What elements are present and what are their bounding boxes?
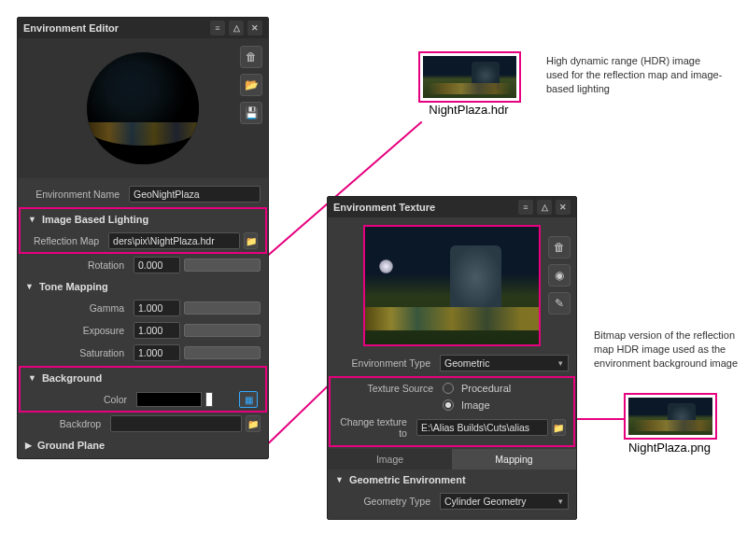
tab-mapping[interactable]: Mapping	[452, 449, 576, 469]
geometry-type-dropdown[interactable]: Cylinder Geometry	[440, 493, 569, 510]
delete-icon[interactable]: 🗑	[548, 236, 571, 259]
change-texture-input[interactable]	[416, 419, 548, 436]
hdr-thumbnail-callout	[418, 51, 521, 103]
section-title: Geometric Environment	[349, 474, 466, 485]
color-swatch[interactable]	[136, 392, 202, 407]
texture-source-image-row: Image	[331, 397, 573, 413]
tabs: Image Mapping	[328, 449, 576, 469]
rotation-row: Rotation	[18, 254, 268, 276]
radio-procedural[interactable]	[443, 383, 454, 394]
panel-title: Environment Editor	[23, 22, 210, 34]
env-type-label: Environment Type	[335, 357, 436, 369]
pin-icon[interactable]: △	[537, 200, 552, 215]
save-icon[interactable]: 💾	[240, 102, 262, 124]
expand-triangle-icon: ▼	[335, 475, 344, 484]
gamma-slider[interactable]	[184, 301, 261, 315]
texture-preview	[363, 225, 541, 346]
browse-folder-icon[interactable]: 📁	[246, 415, 261, 432]
panel-header: Environment Editor ≡ △ ✕	[18, 18, 268, 38]
reflection-map-row: Reflection Map 📁	[21, 230, 265, 252]
color-row: Color ▦	[21, 388, 265, 411]
backdrop-label: Backdrop	[25, 418, 106, 429]
env-type-dropdown[interactable]: Geometric	[440, 355, 569, 371]
collapse-triangle-icon: ▶	[25, 441, 32, 450]
gamma-input[interactable]	[134, 300, 180, 316]
png-thumbnail-callout	[624, 393, 717, 440]
gamma-label: Gamma	[25, 302, 130, 314]
panel-title: Environment Texture	[333, 202, 518, 213]
rotation-slider[interactable]	[184, 259, 261, 272]
tab-image[interactable]: Image	[328, 449, 452, 469]
exposure-row: Exposure	[18, 319, 268, 342]
rotation-input[interactable]	[134, 257, 180, 273]
callout-line	[570, 418, 627, 420]
saturation-row: Saturation	[18, 342, 268, 364]
section-title: Tone Mapping	[39, 281, 108, 292]
texture-source-label: Texture Source	[338, 383, 439, 394]
color-white-indicator	[205, 392, 213, 407]
environment-editor-panel: Environment Editor ≡ △ ✕ 🗑 📂 💾 Environme…	[17, 17, 269, 459]
preview-sphere	[87, 52, 199, 164]
close-icon[interactable]: ✕	[247, 21, 262, 35]
png-caption: Bitmap version of the reflection map HDR…	[594, 329, 743, 371]
ibl-section-highlight: ▼ Image Based Lighting Reflection Map 📁	[21, 209, 265, 252]
hdr-thumbnail	[423, 56, 516, 98]
hdr-caption: High dynamic range (HDR) image used for …	[546, 54, 724, 96]
expand-triangle-icon: ▼	[28, 373, 36, 383]
background-section-highlight: ▼ Background Color ▦	[21, 368, 265, 411]
gamma-row: Gamma	[18, 297, 268, 319]
geometry-type-row: Geometry Type Cylinder Geometry	[328, 490, 576, 519]
delete-icon[interactable]: 🗑	[240, 46, 262, 68]
change-texture-label: Change texture to	[338, 416, 413, 439]
procedural-label: Procedural	[461, 383, 511, 394]
exposure-input[interactable]	[134, 322, 180, 339]
expand-triangle-icon: ▼	[28, 215, 36, 224]
texture-source-highlight: Texture Source Procedural Image Change t…	[331, 378, 573, 445]
geometry-type-label: Geometry Type	[335, 496, 436, 507]
png-filename: NightPlaza.png	[624, 441, 715, 455]
saturation-label: Saturation	[25, 347, 130, 358]
png-thumbnail	[628, 398, 712, 435]
open-folder-icon[interactable]: 📂	[240, 74, 262, 96]
saturation-slider[interactable]	[184, 346, 261, 359]
radio-image[interactable]	[443, 399, 454, 411]
env-type-row: Environment Type Geometric	[328, 352, 576, 374]
close-icon[interactable]: ✕	[556, 200, 571, 215]
backdrop-input[interactable]	[110, 415, 242, 432]
section-ground-plane[interactable]: ▶ Ground Plane	[18, 435, 268, 458]
section-title: Ground Plane	[37, 440, 105, 451]
section-background[interactable]: ▼ Background	[21, 368, 265, 388]
color-label: Color	[28, 394, 133, 405]
sphere-preview: 🗑 📂 💾	[18, 38, 268, 178]
env-name-input[interactable]	[129, 186, 261, 203]
visibility-icon[interactable]: ◉	[548, 264, 571, 287]
saturation-input[interactable]	[134, 344, 180, 361]
rotation-label: Rotation	[25, 259, 130, 271]
backdrop-row: Backdrop 📁	[18, 413, 268, 435]
reflection-map-label: Reflection Map	[28, 235, 105, 246]
browse-folder-icon[interactable]: 📁	[552, 419, 566, 436]
reflection-map-input[interactable]	[108, 232, 240, 249]
env-name-label: Environment Name	[25, 189, 125, 200]
menu-icon[interactable]: ≡	[210, 21, 225, 35]
section-image-based-lighting[interactable]: ▼ Image Based Lighting	[21, 209, 265, 230]
hdr-filename: NightPlaza.hdr	[418, 103, 519, 117]
env-type-value: Geometric	[444, 357, 489, 369]
menu-icon[interactable]: ≡	[518, 200, 533, 215]
exposure-label: Exposure	[25, 325, 130, 336]
image-label: Image	[461, 399, 490, 411]
texture-source-row: Texture Source Procedural	[331, 380, 573, 397]
change-texture-row: Change texture to 📁	[331, 413, 573, 441]
pin-icon[interactable]: △	[229, 21, 244, 35]
geometry-type-value: Cylinder Geometry	[444, 496, 527, 507]
section-tone-mapping[interactable]: ▼ Tone Mapping	[18, 276, 268, 297]
exposure-slider[interactable]	[184, 324, 261, 337]
environment-texture-panel: Environment Texture ≡ △ ✕ 🗑 ◉ ✎ Environm…	[327, 196, 577, 520]
wand-icon[interactable]: ✎	[548, 292, 571, 315]
texture-map-icon[interactable]: ▦	[239, 391, 258, 408]
section-geometric-environment[interactable]: ▼ Geometric Environment	[328, 469, 576, 490]
environment-name-row: Environment Name	[18, 178, 268, 205]
panel-header: Environment Texture ≡ △ ✕	[328, 197, 576, 217]
browse-folder-icon[interactable]: 📁	[244, 232, 258, 249]
section-title: Background	[42, 372, 102, 384]
